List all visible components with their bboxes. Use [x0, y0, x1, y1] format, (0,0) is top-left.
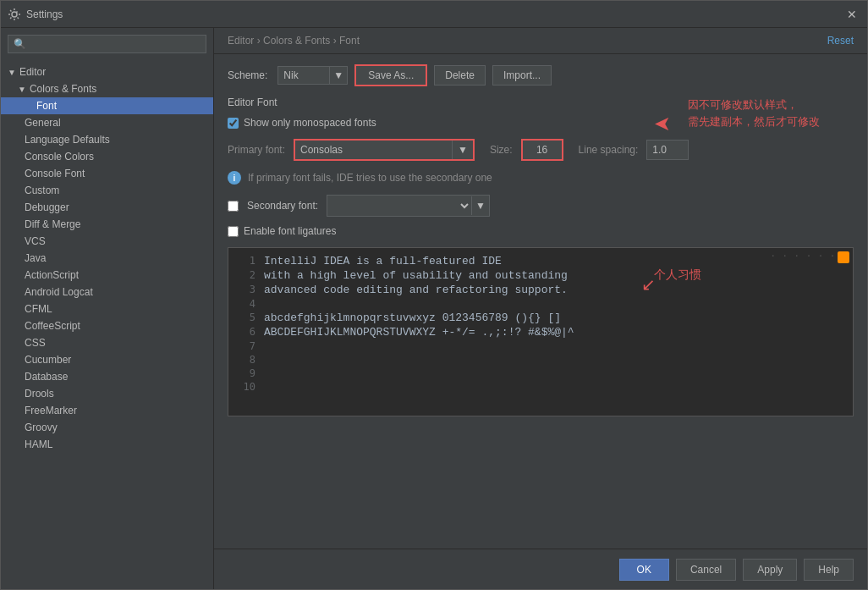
sidebar-item-diff-merge[interactable]: Diff & Merge: [1, 216, 213, 233]
close-button[interactable]: ✕: [843, 6, 860, 23]
secondary-font-select[interactable]: [327, 196, 471, 216]
settings-content: 因不可修改默认样式， 需先建副本，然后才可修改 ➤ Scheme: Nik ▼: [214, 54, 867, 549]
reset-button[interactable]: Reset: [827, 35, 854, 47]
preview-line: 1IntelliJ IDEA is a full-featured IDE: [239, 255, 843, 267]
title-bar: Settings ✕: [1, 1, 867, 28]
sidebar-item-coffeescript[interactable]: CoffeeScript: [1, 317, 213, 334]
save-as-button[interactable]: Save As...: [354, 64, 427, 86]
sidebar-item-freemarker[interactable]: FreeMarker: [1, 402, 213, 419]
scheme-dropdown-arrow: ▼: [329, 67, 347, 84]
sidebar: ▼ Editor ▼ Colors & Fonts Font General L…: [1, 28, 214, 589]
search-area[interactable]: [1, 28, 213, 60]
secondary-font-select-wrap[interactable]: ▼: [327, 195, 490, 217]
console-colors-label: Console Colors: [25, 151, 94, 163]
main-content-area: ▼ Editor ▼ Colors & Fonts Font General L…: [1, 28, 867, 589]
size-input[interactable]: [521, 139, 563, 161]
sidebar-item-drools[interactable]: Drools: [1, 385, 213, 402]
line-spacing-label: Line spacing:: [579, 144, 639, 156]
line-number: 7: [239, 340, 255, 352]
primary-font-label: Primary font:: [228, 144, 285, 156]
sidebar-item-haml[interactable]: HAML: [1, 436, 213, 453]
sidebar-item-debugger[interactable]: Debugger: [1, 199, 213, 216]
info-icon: i: [228, 171, 241, 185]
preview-line: 8: [239, 354, 843, 366]
enable-ligatures-checkbox[interactable]: [228, 226, 239, 237]
android-logcat-label: Android Logcat: [25, 286, 93, 298]
ok-button[interactable]: OK: [619, 559, 669, 581]
sidebar-item-console-font[interactable]: Console Font: [1, 165, 213, 182]
svg-point-0: [12, 12, 17, 17]
line-number: 1: [239, 255, 255, 267]
drag-handle: · · · · · ·: [771, 251, 836, 261]
sidebar-item-language-defaults[interactable]: Language Defaults: [1, 131, 213, 148]
primary-font-select[interactable]: Consolas: [295, 141, 452, 159]
sidebar-item-font[interactable]: Font: [1, 97, 213, 114]
editor-font-title: Editor Font: [228, 96, 854, 108]
sidebar-item-vcs[interactable]: VCS: [1, 233, 213, 250]
general-label: General: [25, 117, 61, 129]
orange-indicator: [838, 251, 849, 263]
line-number: 10: [239, 381, 255, 393]
preview-line: 4: [239, 298, 843, 310]
line-spacing-input[interactable]: [646, 140, 689, 160]
preview-line: 6ABCDEFGHIJKLMNOPQRSTUVWXYZ +-*/= .,;:!?…: [239, 326, 843, 339]
database-label: Database: [25, 371, 68, 383]
delete-button[interactable]: Delete: [434, 65, 486, 85]
primary-font-select-wrap[interactable]: Consolas ▼: [294, 139, 475, 161]
language-defaults-label: Language Defaults: [25, 134, 110, 146]
sidebar-item-groovy[interactable]: Groovy: [1, 419, 213, 436]
sidebar-item-general[interactable]: General: [1, 114, 213, 131]
secondary-font-dropdown-arrow: ▼: [471, 196, 489, 215]
sidebar-item-cucumber[interactable]: Cucumber: [1, 351, 213, 368]
colors-fonts-label: Colors & Fonts: [30, 83, 96, 95]
main-panel: Editor › Colors & Fonts › Font Reset 因不可…: [214, 28, 867, 589]
sidebar-item-android-logcat[interactable]: Android Logcat: [1, 284, 213, 301]
custom-label: Custom: [25, 185, 59, 196]
cancel-button[interactable]: Cancel: [676, 559, 736, 581]
secondary-font-row: Secondary font: ▼: [228, 195, 854, 217]
search-input[interactable]: [8, 35, 206, 53]
breadcrumb: Editor › Colors & Fonts › Font: [228, 35, 360, 47]
scheme-select[interactable]: Nik: [278, 67, 329, 84]
expand-arrow: ▼: [8, 68, 16, 77]
import-button[interactable]: Import...: [492, 65, 552, 85]
haml-label: HAML: [25, 438, 52, 450]
sidebar-item-colors-fonts[interactable]: ▼ Colors & Fonts: [1, 80, 213, 97]
line-number: 2: [239, 269, 255, 281]
cucumber-label: Cucumber: [25, 354, 71, 366]
scheme-select-wrapper[interactable]: Nik ▼: [277, 66, 348, 85]
sidebar-item-console-colors[interactable]: Console Colors: [1, 148, 213, 165]
font-label: Font: [36, 100, 57, 112]
sidebar-item-java[interactable]: Java: [1, 250, 213, 267]
colors-fonts-arrow: ▼: [18, 85, 26, 94]
sidebar-item-custom[interactable]: Custom: [1, 182, 213, 199]
info-text: If primary font fails, IDE tries to use …: [248, 172, 492, 184]
sidebar-item-actionscript[interactable]: ActionScript: [1, 267, 213, 284]
help-button[interactable]: Help: [804, 559, 854, 581]
line-content: with a high level of usability and outst…: [264, 269, 568, 282]
window-title: Settings: [26, 8, 843, 20]
show-monospaced-checkbox[interactable]: [228, 118, 239, 129]
console-font-label: Console Font: [25, 168, 85, 179]
editor-label: Editor: [19, 66, 46, 78]
sidebar-item-database[interactable]: Database: [1, 368, 213, 385]
show-monospaced-row: Show only monospaced fonts: [228, 117, 854, 129]
secondary-font-checkbox[interactable]: [228, 201, 239, 212]
preview-lines: 1IntelliJ IDEA is a full-featured IDE2wi…: [239, 255, 843, 394]
scheme-row: Scheme: Nik ▼ Save As... Delete Import..…: [228, 64, 854, 86]
actionscript-label: ActionScript: [25, 269, 79, 281]
apply-button[interactable]: Apply: [743, 559, 797, 581]
css-label: CSS: [25, 337, 46, 349]
groovy-label: Groovy: [25, 422, 58, 433]
sidebar-item-editor[interactable]: ▼ Editor: [1, 63, 213, 80]
preview-line: 7: [239, 340, 843, 352]
size-label: Size:: [490, 144, 513, 156]
cfml-label: CFML: [25, 303, 52, 315]
sidebar-item-css[interactable]: CSS: [1, 334, 213, 351]
enable-ligatures-label: Enable font ligatures: [244, 225, 336, 237]
sidebar-item-cfml[interactable]: CFML: [1, 301, 213, 317]
sidebar-tree: ▼ Editor ▼ Colors & Fonts Font General L…: [1, 60, 213, 589]
enable-ligatures-row: Enable font ligatures: [228, 225, 854, 237]
secondary-font-label: Secondary font:: [247, 200, 318, 212]
line-number: 9: [239, 367, 255, 379]
